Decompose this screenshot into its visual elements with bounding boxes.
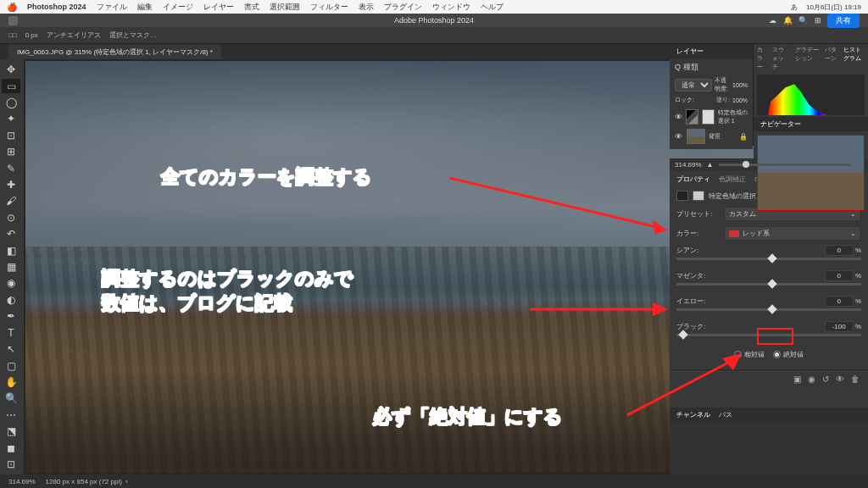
menu-plugin[interactable]: プラグイン: [384, 2, 422, 13]
relative-radio[interactable]: 相対値: [734, 350, 765, 359]
antialias-checkbox[interactable]: アンチエイリアス: [47, 30, 101, 40]
yellow-label: イエロー:: [676, 297, 705, 306]
history-brush-tool[interactable]: ↶: [2, 227, 20, 241]
path-tool[interactable]: ↖: [2, 342, 20, 356]
absolute-radio[interactable]: 絶対値: [773, 350, 804, 359]
menu-image[interactable]: イメージ: [163, 2, 193, 13]
status-zoom[interactable]: 314.69%: [8, 478, 36, 485]
select-and-mask[interactable]: 選択とマスク…: [109, 30, 157, 40]
opacity-value[interactable]: 100%: [732, 82, 748, 88]
adjustment-thumb[interactable]: [686, 109, 698, 125]
visibility-toggle[interactable]: 👁: [675, 113, 682, 121]
quickmask-toggle[interactable]: ⊡: [2, 458, 20, 471]
app-topbar: Adobe Photoshop 2024 ☁ 🔔 🔍 ⊞ 共有: [0, 14, 868, 27]
notifications-icon[interactable]: 🔔: [782, 14, 793, 26]
blend-mode-select[interactable]: 通常: [675, 79, 712, 92]
menu-edit[interactable]: 編集: [137, 2, 153, 13]
menu-select[interactable]: 選択範囲: [270, 2, 300, 13]
channels-tab[interactable]: チャンネル: [676, 410, 710, 419]
gradient-tool[interactable]: ▦: [2, 260, 20, 274]
menu-type[interactable]: 書式: [244, 2, 259, 13]
marquee-tool[interactable]: ▭: [2, 79, 20, 92]
navigator-thumb[interactable]: [757, 135, 865, 211]
type-tool[interactable]: T: [2, 326, 20, 340]
search-icon[interactable]: 🔍: [797, 14, 809, 26]
menu-file[interactable]: ファイル: [97, 2, 127, 13]
cyan-slider[interactable]: [676, 258, 861, 260]
home-button[interactable]: [8, 16, 18, 25]
zoom-value[interactable]: 314.69%: [675, 161, 702, 169]
zoom-slider[interactable]: [719, 164, 852, 166]
visibility-toggle[interactable]: 👁: [675, 132, 683, 141]
workspace-icon[interactable]: ⊞: [812, 14, 824, 26]
hand-tool[interactable]: ✋: [2, 375, 20, 389]
tab-histogram[interactable]: ヒストグラム: [843, 46, 865, 71]
share-button[interactable]: 共有: [827, 14, 860, 28]
tab-properties[interactable]: プロパティ: [676, 175, 710, 184]
menu-help[interactable]: ヘルプ: [481, 2, 504, 13]
tab-adjustments[interactable]: 色調補正: [719, 175, 746, 184]
yellow-value[interactable]: [825, 296, 854, 307]
more-tools[interactable]: ⋯: [2, 408, 20, 422]
apple-menu[interactable]: 🍎: [7, 3, 17, 12]
clip-icon[interactable]: ▣: [793, 374, 801, 384]
tab-gradients[interactable]: グラデーション: [795, 46, 820, 71]
layer-name[interactable]: 背景: [709, 132, 721, 141]
selection-shape[interactable]: □□: [8, 31, 17, 39]
crop-tool[interactable]: ⊡: [2, 129, 20, 142]
layer-row[interactable]: 👁 背景 🔒: [675, 127, 748, 146]
brush-tool[interactable]: 🖌: [2, 194, 20, 208]
magenta-slider[interactable]: [676, 283, 861, 286]
wand-tool[interactable]: ✦: [2, 112, 20, 125]
tab-color[interactable]: カラー: [757, 46, 767, 71]
blur-tool[interactable]: ◉: [2, 276, 20, 290]
zoom-out-icon[interactable]: ▲: [707, 161, 714, 169]
layer-thumb[interactable]: [687, 129, 705, 144]
black-value[interactable]: [825, 321, 854, 332]
layers-tab[interactable]: レイヤー: [676, 47, 704, 56]
menu-filter[interactable]: フィルター: [310, 2, 348, 13]
menu-window[interactable]: ウィンドウ: [432, 2, 470, 13]
toggle-visibility-icon[interactable]: 👁: [836, 374, 844, 384]
clock: 10月6日(日) 18:19: [806, 3, 861, 12]
ime-indicator[interactable]: あ: [791, 3, 798, 12]
reset-icon[interactable]: ↺: [822, 374, 829, 384]
tab-swatches[interactable]: スウォッチ: [772, 46, 790, 71]
tab-patterns[interactable]: パターン: [825, 46, 838, 71]
eyedropper-tool[interactable]: ✎: [2, 161, 20, 175]
menu-view[interactable]: 表示: [359, 2, 374, 13]
mask-thumb[interactable]: [702, 109, 715, 125]
view-previous-icon[interactable]: ◉: [808, 374, 815, 384]
pen-tool[interactable]: ✒: [2, 309, 20, 323]
layer-name[interactable]: 特定色域の選択 1: [718, 108, 748, 125]
navigator-tab[interactable]: ナビゲーター: [760, 119, 801, 129]
shape-tool[interactable]: ▢: [2, 358, 20, 372]
layer-row[interactable]: 👁 特定色域の選択 1: [675, 107, 748, 127]
feather-value[interactable]: 0 px: [25, 31, 38, 39]
properties-footer: ▣ ◉ ↺ 👁 🗑: [670, 369, 868, 388]
app-name[interactable]: Photoshop 2024: [27, 3, 86, 11]
magenta-value[interactable]: [825, 270, 854, 281]
menu-layer[interactable]: レイヤー: [203, 2, 234, 13]
foreground-background[interactable]: ◼: [2, 441, 20, 454]
color-swap[interactable]: ⬔: [2, 424, 20, 438]
cyan-value[interactable]: [825, 245, 854, 256]
paths-tab[interactable]: パス: [719, 410, 732, 419]
delete-icon[interactable]: 🗑: [851, 374, 860, 384]
zoom-tool[interactable]: 🔍: [2, 391, 20, 405]
color-panel: カラー スウォッチ グラデーション パターン ヒストグラム: [754, 44, 868, 117]
document-tab[interactable]: IMG_0063.JPG @ 315% (特定色域の選択 1, レイヤーマスク/…: [8, 45, 221, 59]
status-chevron-icon[interactable]: ›: [125, 478, 128, 485]
move-tool[interactable]: ✥: [2, 63, 20, 76]
heal-tool[interactable]: ✚: [2, 178, 20, 191]
color-select[interactable]: レッド系⌄: [724, 226, 861, 241]
lasso-tool[interactable]: ◯: [2, 96, 20, 109]
dodge-tool[interactable]: ◐: [2, 293, 20, 307]
yellow-slider[interactable]: [676, 308, 861, 311]
stamp-tool[interactable]: ⊙: [2, 211, 20, 225]
frame-tool[interactable]: ⊞: [2, 145, 20, 158]
eraser-tool[interactable]: ◧: [2, 243, 20, 257]
fill-value[interactable]: 100%: [732, 97, 748, 103]
cloud-icon[interactable]: ☁: [766, 14, 778, 26]
black-slider[interactable]: [676, 334, 861, 336]
